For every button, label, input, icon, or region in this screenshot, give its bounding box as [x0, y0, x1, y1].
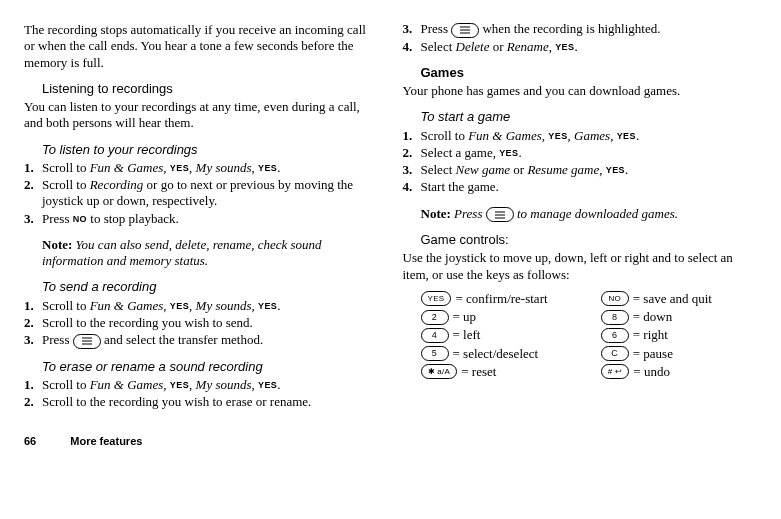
text: Select	[421, 39, 456, 54]
control-row: 5 = select/deselect	[421, 346, 577, 362]
control-label: = confirm/re-start	[455, 291, 547, 307]
yes-label: YES	[258, 301, 277, 311]
options-key-icon	[486, 207, 514, 222]
list-item: 2. Scroll to the recording you wish to s…	[24, 315, 379, 331]
to-start-heading: To start a game	[421, 109, 758, 125]
text: Press	[421, 21, 452, 36]
step-number: 3.	[24, 211, 42, 227]
listening-paragraph: You can listen to your recordings at any…	[24, 99, 379, 132]
step-number: 1.	[24, 298, 42, 314]
list-item: 4. Select Delete or Rename, YES.	[403, 39, 758, 55]
control-label: = reset	[461, 364, 496, 380]
to-erase-heading: To erase or rename a sound recording	[42, 359, 379, 375]
text: Scroll to	[42, 160, 90, 175]
text: Scroll to	[421, 128, 469, 143]
note-block: Note: Press to manage downloaded games.	[421, 206, 758, 223]
menu-path: Fun & Games	[468, 128, 542, 143]
controls-right-col: NO = save and quit 8 = down 6 = right C …	[601, 289, 757, 382]
yes-label: YES	[617, 131, 636, 141]
text: .	[574, 39, 577, 54]
step-number: 2.	[24, 394, 42, 410]
text: to stop playback.	[87, 211, 179, 226]
text: and select the transfer method.	[101, 332, 263, 347]
text: Scroll to	[42, 298, 90, 313]
step-number: 2.	[24, 315, 42, 331]
list-item: 3. Press when the recording is highlight…	[403, 21, 758, 38]
controls-table: YES = confirm/re-start 2 = up 4 = left 5…	[421, 289, 758, 382]
no-label: NO	[73, 214, 87, 224]
to-send-heading: To send a recording	[42, 279, 379, 295]
step-body: Scroll to the recording you wish to eras…	[42, 394, 379, 410]
game-controls-heading: Game controls:	[421, 232, 758, 248]
menu-option: New game	[456, 162, 511, 177]
note-block: Note: You can also send, delete, rename,…	[42, 237, 379, 270]
control-row: ✱ a/A = reset	[421, 364, 577, 380]
control-row: NO = save and quit	[601, 291, 757, 307]
text: Press	[42, 211, 73, 226]
step-body: Scroll to Recording or go to next or pre…	[42, 177, 379, 210]
control-label: = down	[633, 309, 672, 325]
erase-steps-cont: 3. Press when the recording is highlight…	[403, 21, 758, 55]
right-column: 3. Press when the recording is highlight…	[403, 20, 758, 411]
step-body: Start the game.	[421, 179, 758, 195]
step-number: 1.	[24, 377, 42, 393]
list-item: 2. Scroll to the recording you wish to e…	[24, 394, 379, 410]
yes-label: YES	[499, 148, 518, 158]
control-row: 4 = left	[421, 327, 577, 343]
yes-label: YES	[258, 163, 277, 173]
no-key-icon: NO	[601, 291, 629, 306]
text: Press	[42, 332, 73, 347]
games-paragraph: Your phone has games and you can downloa…	[403, 83, 758, 99]
note-text: to manage downloaded games.	[514, 206, 678, 221]
key-2-icon: 2	[421, 310, 449, 325]
step-body: Select Delete or Rename, YES.	[421, 39, 758, 55]
yes-label: YES	[170, 380, 189, 390]
yes-label: YES	[258, 380, 277, 390]
note-text: Press	[451, 206, 486, 221]
step-number: 2.	[403, 145, 421, 161]
yes-label: YES	[170, 163, 189, 173]
text: .	[277, 160, 280, 175]
note-text: You can also send, delete, rename, check…	[42, 237, 322, 268]
text: Scroll to	[42, 377, 90, 392]
erase-steps: 1. Scroll to Fun & Games, YES, My sounds…	[24, 377, 379, 411]
step-body: Press NO to stop playback.	[42, 211, 379, 227]
menu-path: Fun & Games	[90, 160, 164, 175]
control-label: = select/deselect	[453, 346, 539, 362]
listening-heading: Listening to recordings	[42, 81, 379, 97]
page-title: More features	[70, 435, 142, 447]
menu-path: Fun & Games	[90, 298, 164, 313]
send-steps: 1. Scroll to Fun & Games, YES, My sounds…	[24, 298, 379, 349]
list-item: 3. Press NO to stop playback.	[24, 211, 379, 227]
step-body: Scroll to Fun & Games, YES, My sounds, Y…	[42, 160, 379, 176]
page-footer: 66More features	[24, 435, 757, 449]
menu-path: Games	[574, 128, 610, 143]
step-body: Scroll to Fun & Games, YES, My sounds, Y…	[42, 298, 379, 314]
step-body: Scroll to Fun & Games, YES, Games, YES.	[421, 128, 758, 144]
yes-label: YES	[555, 42, 574, 52]
text: or	[510, 162, 527, 177]
to-listen-heading: To listen to your recordings	[42, 142, 379, 158]
step-body: Scroll to the recording you wish to send…	[42, 315, 379, 331]
control-label: = pause	[633, 346, 673, 362]
step-number: 3.	[24, 332, 42, 348]
note-label: Note:	[42, 237, 72, 252]
yes-label: YES	[548, 131, 567, 141]
games-heading: Games	[421, 65, 758, 81]
page-number: 66	[24, 435, 36, 447]
step-number: 1.	[24, 160, 42, 176]
control-row: YES = confirm/re-start	[421, 291, 577, 307]
note-label: Note:	[421, 206, 451, 221]
key-8-icon: 8	[601, 310, 629, 325]
left-column: The recording stops automatically if you…	[24, 20, 379, 411]
list-item: 1. Scroll to Fun & Games, YES, Games, YE…	[403, 128, 758, 144]
menu-path: My sounds	[196, 298, 252, 313]
step-number: 1.	[403, 128, 421, 144]
start-steps: 1. Scroll to Fun & Games, YES, Games, YE…	[403, 128, 758, 196]
control-label: = up	[453, 309, 477, 325]
content-columns: The recording stops automatically if you…	[24, 20, 757, 411]
menu-path: Recording	[90, 177, 144, 192]
menu-path: My sounds	[196, 377, 252, 392]
control-label: = right	[633, 327, 668, 343]
key-c-icon: C	[601, 346, 629, 361]
